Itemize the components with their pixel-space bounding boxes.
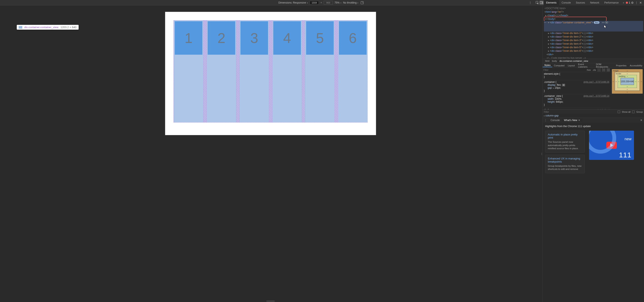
dom-node[interactable]: <div class="inner-div item-3">⋯</div> <box>544 39 643 42</box>
drawer-close-icon[interactable]: ✕ <box>638 119 644 122</box>
chevron-down-icon <box>307 1 308 4</box>
breadcrumb-item[interactable]: div.container.container_view <box>558 60 590 62</box>
drawer-tab-console[interactable]: Console <box>548 119 562 122</box>
devtools-toolbar: Dimensions: Responsive × 75% No throttli… <box>0 0 644 5</box>
device-viewport-pane: 1 2 3 4 5 6 div.container.container_view… <box>0 5 541 302</box>
tooltip-size: 1203.2 × 640 <box>60 26 76 29</box>
devtools-tab-strip: Elements Console Sources Network Perform… <box>544 0 626 5</box>
responsive-ruler[interactable] <box>0 5 541 12</box>
drawer-resize-handle[interactable] <box>0 300 541 302</box>
showall-checkbox[interactable] <box>618 111 620 113</box>
style-rule[interactable]: user agent stylesheet div { display: blo… <box>542 108 610 109</box>
throttling-value: No throttling <box>343 1 357 4</box>
close-icon[interactable]: ✕ <box>638 1 643 5</box>
group-checkbox[interactable] <box>632 111 634 113</box>
tab-performance[interactable]: Performance <box>602 0 621 5</box>
dimensions-label: Dimensions: Responsive <box>278 1 306 4</box>
dom-node[interactable]: </div> <box>544 53 643 56</box>
inner-card: 4 <box>273 21 301 55</box>
whats-new-card[interactable]: Enhanced UX in managing breakpoints Grou… <box>545 155 585 173</box>
drawer-tab-strip: ⋮ Console What's New ✕ ✕ <box>542 118 644 123</box>
rule-source-link[interactable]: style.css?…57371448:26 <box>583 81 609 83</box>
dom-node[interactable]: <!-- Code injected by live-server --> <box>544 56 643 59</box>
cls-toggle[interactable]: .cls <box>592 69 596 71</box>
style-rule[interactable]: style.css?…57371448:14 .container_view {… <box>542 94 610 108</box>
inner-card: 6 <box>339 21 366 55</box>
styles-filter-input[interactable] <box>544 69 585 71</box>
throttling-select[interactable]: No throttling <box>343 1 358 4</box>
device-classes-icon[interactable]: ▭ <box>602 68 605 71</box>
viewport-width-input[interactable] <box>310 1 319 4</box>
zoom-select[interactable]: 75% <box>334 1 342 4</box>
whats-new-card[interactable]: Automatic in place pretty print The Sour… <box>545 131 585 152</box>
dom-node[interactable]: <div class="inner-div item-2">⋯</div> <box>544 35 643 39</box>
card-body: Group breakpoints by files, new shortcut… <box>548 164 582 171</box>
tab-styles[interactable]: Styles <box>542 64 552 67</box>
breadcrumb-item[interactable]: html <box>544 60 551 62</box>
dom-node[interactable]: <div class="inner-div item-5">⋯</div> <box>544 46 643 49</box>
drawer-tab-whatsnew[interactable]: What's New ✕ <box>562 119 582 122</box>
tab-computed[interactable]: Computed <box>552 64 566 67</box>
tab-accessibility[interactable]: Accessibility <box>628 64 644 67</box>
rotate-icon[interactable] <box>360 1 364 5</box>
dom-node[interactable]: <div class="inner-div item-4">⋯</div> <box>544 42 643 46</box>
error-dot-icon <box>626 2 628 4</box>
more-menu-icon[interactable]: ⋮ <box>634 1 638 5</box>
flex-editor-icon[interactable] <box>562 84 565 86</box>
chevron-down-icon <box>357 1 358 4</box>
svg-rect-1 <box>540 1 542 3</box>
tab-properties[interactable]: Properties <box>614 64 628 67</box>
dom-node[interactable]: <div class="inner-div item-6">⋯</div> <box>544 49 643 53</box>
dom-node-selected[interactable]: ⋯ <div class="container container_view">… <box>544 21 643 31</box>
dom-node[interactable]: <html lang="en"> <box>544 10 643 14</box>
inner-card: 2 <box>208 21 235 55</box>
chevron-down-icon <box>340 1 342 4</box>
tab-elements[interactable]: Elements <box>544 0 559 5</box>
style-rule[interactable]: style.css?…57371448:26 .container { disp… <box>542 80 610 94</box>
tab-event-listeners[interactable]: Event Listeners <box>576 63 594 68</box>
breadcrumb-item[interactable]: body <box>551 60 558 62</box>
computed-prop-row[interactable]: column-gap <box>542 114 644 118</box>
tab-dom-breakpoints[interactable]: DOM Breakpoints <box>594 63 614 68</box>
card-title: Automatic in place pretty print <box>548 133 582 139</box>
element-hover-tooltip: div.container.container_view 1203.2 × 64… <box>17 25 78 30</box>
new-rule-button[interactable]: + <box>598 68 600 71</box>
flex-column: 1 <box>174 20 204 122</box>
elements-tree[interactable]: <!DOCTYPE html> <html lang="en"> <head>⋯… <box>542 5 644 59</box>
error-badge[interactable]: 1 <box>626 1 630 4</box>
flex-badge[interactable]: flex <box>594 21 600 24</box>
dom-node[interactable]: <div class="inner-div item-1">⋯</div> <box>544 31 643 35</box>
computed-filter-row: Show all Group <box>542 110 644 114</box>
device-toolbar-more-icon[interactable]: ⋮ <box>528 1 532 5</box>
computed-filter-input[interactable] <box>544 111 616 113</box>
tab-sources[interactable]: Sources <box>573 0 588 5</box>
tabs-overflow-icon[interactable]: » <box>621 0 626 5</box>
inspect-element-icon[interactable] <box>535 1 540 5</box>
card-title: Enhanced UX in managing breakpoints <box>548 157 582 163</box>
tab-layout[interactable]: Layout <box>566 64 576 67</box>
video-thumbnail[interactable]: new 111 <box>589 131 634 160</box>
dimensions-select[interactable]: Dimensions: Responsive <box>278 1 308 4</box>
error-count: 1 <box>629 1 630 4</box>
toggle-print-icon[interactable]: ◫ <box>607 68 610 71</box>
box-model-diagram[interactable]: margin – – – – border – – – – padding – … <box>610 68 644 95</box>
rule-source-link[interactable]: style.css?…57371448:14 <box>583 95 609 97</box>
styles-rules: :hov .cls + ▭ ◫ element.style { } style.… <box>542 68 610 109</box>
device-toggle-icon[interactable] <box>540 1 544 5</box>
gear-icon[interactable]: ⚙ <box>630 1 634 5</box>
dom-node[interactable]: <!DOCTYPE html> <box>544 7 643 10</box>
style-rule[interactable]: element.style { } <box>542 72 610 80</box>
tooltip-tag: div <box>24 26 28 29</box>
tab-console[interactable]: Console <box>559 0 573 5</box>
hov-toggle[interactable]: :hov <box>586 69 591 71</box>
close-icon[interactable]: ✕ <box>578 119 580 122</box>
container-view: 1 2 3 4 5 6 <box>174 20 368 123</box>
dom-node[interactable]: <body> <box>544 17 643 21</box>
viewport-height-input[interactable] <box>324 1 333 4</box>
dom-node[interactable]: <head>⋯</head> <box>544 14 643 17</box>
dollar-zero: == $0 <box>601 21 608 24</box>
drawer-more-icon[interactable]: ⋮ <box>542 119 548 122</box>
tab-network[interactable]: Network <box>588 0 602 5</box>
styles-filter-row: :hov .cls + ▭ ◫ <box>542 68 610 72</box>
styles-tab-strip: Styles Computed Layout Event Listeners D… <box>542 63 644 68</box>
